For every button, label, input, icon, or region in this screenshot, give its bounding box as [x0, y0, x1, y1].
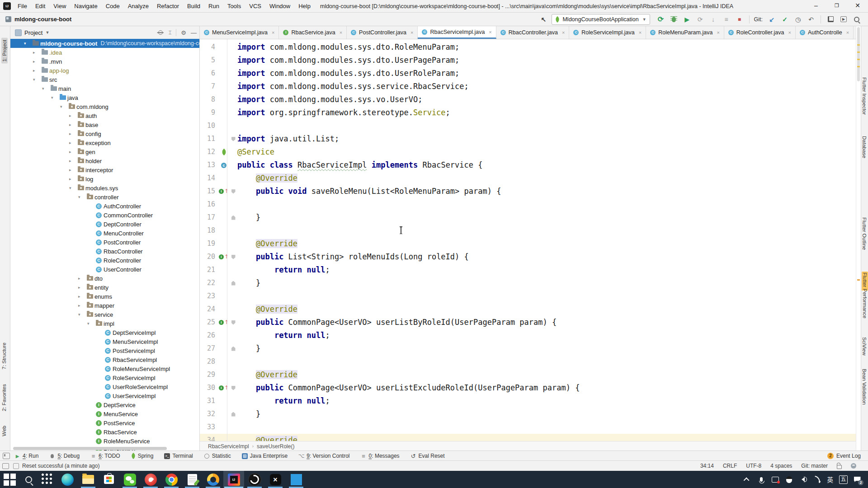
close-icon[interactable]: × [639, 30, 642, 35]
tree-item-interceptor[interactable]: ▸interceptor [10, 165, 199, 174]
chevron-collapsed-icon[interactable]: ▸ [32, 50, 42, 55]
tree-item-main[interactable]: ▾main [10, 84, 199, 93]
chevron-collapsed-icon[interactable]: ▸ [68, 131, 78, 136]
chevron-expanded-icon[interactable]: ▾ [86, 321, 96, 326]
tool-window-button-database[interactable]: Database [862, 136, 867, 158]
maximize-button[interactable]: ❐ [826, 0, 847, 12]
chevron-expanded-icon[interactable]: ▾ [32, 77, 42, 82]
tool-window-button-eval-reset[interactable]: Eval Reset [410, 453, 445, 459]
taskbar-vscode-button[interactable] [286, 471, 307, 488]
tree-item-auth[interactable]: ▸auth [10, 111, 199, 120]
tree-item-src[interactable]: ▾src [10, 75, 199, 84]
close-icon[interactable]: × [340, 30, 342, 35]
tool-window-button-favorites[interactable]: 2: Favorites [1, 384, 7, 411]
tool-window-button-sciview[interactable]: SciView [862, 337, 867, 356]
menu-code[interactable]: Code [102, 0, 124, 12]
tree-item-rbacserviceimpl[interactable]: CRbacServiceImpl [10, 355, 199, 364]
tree-item-userserviceimpl[interactable]: CUserServiceImpl [10, 391, 199, 400]
tree-item-userroleserviceimpl[interactable]: CUserRoleServiceImpl [10, 382, 199, 391]
tree-item-menuservice[interactable]: IMenuService [10, 409, 199, 418]
close-icon[interactable]: × [717, 30, 719, 35]
menu-edit[interactable]: Edit [31, 0, 49, 12]
tree-item-rbaccontroller[interactable]: CRbacController [10, 247, 199, 256]
status-widget-crlf[interactable]: CRLF [723, 463, 737, 469]
tree-item-postcontroller[interactable]: CPostController [10, 238, 199, 247]
tree-item-controller[interactable]: ▾controller [10, 192, 199, 202]
tool-window-toggle-icon[interactable] [3, 453, 10, 459]
chevron-expanded-icon[interactable]: ▾ [23, 41, 33, 46]
menu-help[interactable]: Help [294, 0, 315, 12]
tree-item-deptcontroller[interactable]: CDeptController [10, 220, 199, 229]
menu-file[interactable]: File [14, 0, 31, 12]
menu-navigate[interactable]: Navigate [70, 0, 101, 12]
taskbar-rings-button[interactable] [203, 471, 223, 488]
attach-icon[interactable]: ↓ [708, 14, 718, 24]
tree-item-exception[interactable]: ▸exception [10, 138, 199, 147]
tree-item-impl[interactable]: ▾impl [10, 319, 199, 328]
tree-item--idea[interactable]: ▸.idea [10, 48, 199, 57]
tool-window-button-spring[interactable]: Spring [131, 453, 154, 459]
navbar-project[interactable]: mldong-course-boot [14, 16, 71, 23]
chevron-expanded-icon[interactable]: ▾ [59, 104, 69, 109]
menu-analyze[interactable]: Analyze [124, 0, 153, 12]
tab-authcontrolle[interactable]: CAuthControlle× [796, 26, 854, 39]
chevron-expanded-icon[interactable]: ▾ [41, 86, 51, 91]
chevron-collapsed-icon[interactable]: ▸ [68, 141, 78, 145]
status-widget-git-master[interactable]: Git: master [801, 463, 828, 469]
fold-marker[interactable] [231, 386, 236, 390]
taskbar-edge-button[interactable] [57, 471, 78, 488]
chevron-collapsed-icon[interactable]: ▸ [68, 122, 78, 127]
menu-refactor[interactable]: Refactor [153, 0, 183, 12]
chevron-collapsed-icon[interactable]: ▸ [32, 59, 42, 64]
tree-item-menuserviceimpl[interactable]: CMenuServiceImpl [10, 337, 199, 346]
chevron-expanded-icon[interactable]: ▾ [77, 195, 87, 199]
tree-item-authcontroller[interactable]: CAuthController [10, 202, 199, 211]
fold-marker[interactable] [231, 281, 236, 286]
tab-menuserviceimpl-java[interactable]: CMenuServiceImpl.java× [200, 26, 279, 39]
close-button[interactable]: ✕ [847, 0, 868, 12]
fold-marker[interactable] [231, 412, 236, 417]
tool-window-button-debug[interactable]: 5: Debug [49, 453, 80, 459]
fold-marker[interactable] [231, 189, 236, 194]
tree-item-deptservice[interactable]: IDeptService [10, 400, 199, 409]
history-icon[interactable]: ◷ [793, 14, 803, 24]
debug-bug-icon[interactable] [669, 14, 679, 24]
chevron-collapsed-icon[interactable]: ▸ [77, 276, 87, 281]
microphone-icon[interactable] [757, 475, 765, 484]
tree-item-java[interactable]: ▾java [10, 93, 199, 102]
chevron-collapsed-icon[interactable]: ▸ [68, 168, 78, 172]
close-icon[interactable]: × [788, 30, 791, 35]
implements-gutter-icon[interactable]: I [219, 320, 224, 325]
tree-item-config[interactable]: ▸config [10, 129, 199, 138]
taskbar-redapp-button[interactable] [140, 471, 161, 488]
taskbar-explorer-button[interactable] [78, 471, 99, 488]
tree-item-enums[interactable]: ▸enums [10, 292, 199, 301]
tab-rolemenuparam-java[interactable]: CRoleMenuParam.java× [646, 26, 724, 39]
screencast-icon[interactable] [771, 475, 779, 484]
chevron-collapsed-icon[interactable]: ▸ [32, 68, 42, 73]
tool-window-button-flutter-outline[interactable]: Flutter Outline [862, 217, 867, 250]
stripe-toggle-icon[interactable] [2, 463, 9, 469]
code-editor[interactable]: 4import com.mldong.modules.sys.dto.RoleM… [200, 39, 856, 441]
tree-item-commoncontroller[interactable]: CCommonController [10, 211, 199, 220]
chevron-collapsed-icon[interactable]: ▸ [68, 177, 78, 181]
tree-item-postserviceimpl[interactable]: CPostServiceImpl [10, 346, 199, 355]
chevron-collapsed-icon[interactable]: ▸ [77, 285, 87, 290]
tool-window-button-todo[interactable]: 6: TODO [90, 453, 120, 459]
menu-run[interactable]: Run [204, 0, 223, 12]
chevron-collapsed-icon[interactable]: ▸ [68, 159, 78, 163]
fold-marker[interactable] [231, 320, 236, 325]
tree-item-dto[interactable]: ▸dto [10, 274, 199, 283]
ime-lang-icon[interactable]: 英 [827, 475, 834, 484]
menu-window[interactable]: Window [265, 0, 294, 12]
chevron-expanded-icon[interactable]: ▾ [50, 95, 60, 100]
qq-icon[interactable] [785, 475, 793, 484]
tree-item-mapper[interactable]: ▸mapper [10, 301, 199, 310]
taskbar-store-button[interactable] [99, 471, 119, 488]
fold-marker[interactable] [231, 255, 236, 259]
taskbar-idea-button[interactable] [223, 471, 244, 488]
chevron-expanded-icon[interactable]: ▾ [77, 312, 87, 317]
collapse-all-icon[interactable]: ⌶ [168, 29, 171, 36]
tree-item-base[interactable]: ▸base [10, 120, 199, 129]
close-icon[interactable]: × [410, 30, 413, 35]
